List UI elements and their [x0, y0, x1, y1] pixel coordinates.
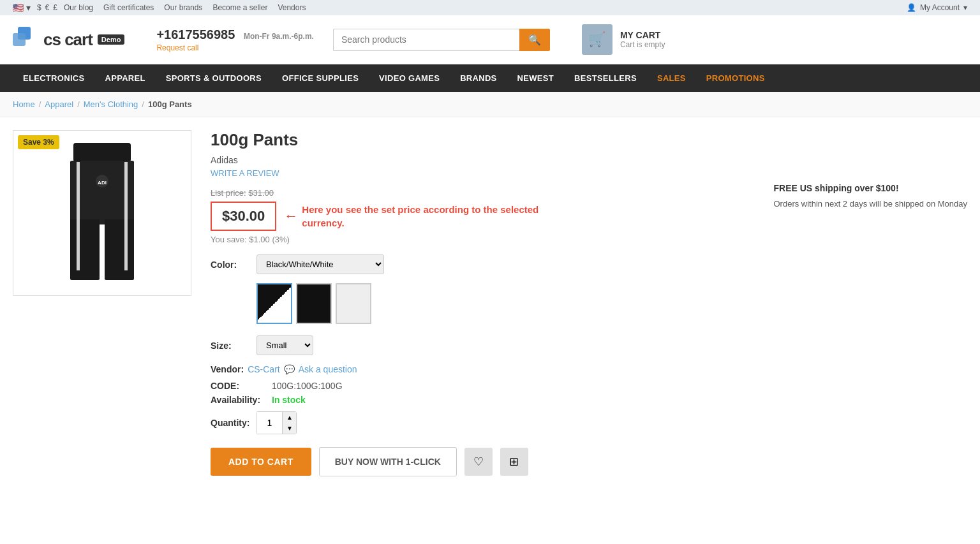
product-title: 100g Pants [211, 130, 755, 150]
quantity-input[interactable] [256, 412, 282, 434]
write-review-link[interactable]: WRITE A REVIEW [211, 168, 279, 178]
buy-now-button[interactable]: BUY NOW WITH 1-CLICK [319, 447, 457, 476]
shipping-detail: Orders within next 2 days will be shippe… [774, 199, 968, 209]
currency-eur[interactable]: € [45, 3, 50, 12]
ask-question-link[interactable]: Ask a question [299, 364, 357, 374]
quantity-row: Quantity: ▲ ▼ [211, 411, 755, 434]
nav-video-games[interactable]: VIDEO GAMES [369, 64, 450, 92]
add-to-cart-button[interactable]: ADD TO CART [211, 448, 311, 476]
annotation-text: Here you see the set price according to … [302, 203, 544, 230]
list-price-label: List price: [211, 188, 246, 198]
compare-button[interactable]: ⊞ [500, 448, 528, 476]
currency-switcher: $ € £ [37, 3, 57, 12]
save-badge: Save 3% [18, 135, 59, 149]
svg-rect-3 [105, 219, 134, 280]
color-select[interactable]: Black/White/White Black/Black White/Whit… [256, 254, 384, 274]
color-label: Color: [211, 260, 249, 270]
quantity-increase[interactable]: ▲ [282, 412, 296, 423]
account-icon: 👤 [907, 3, 916, 12]
my-account-link[interactable]: My Account [920, 3, 960, 12]
currency-usd[interactable]: $ [37, 3, 41, 12]
current-price: $30.00 [211, 202, 276, 231]
vendor-row: Vendor: CS-Cart 💬 Ask a question [211, 364, 755, 374]
nav-brands[interactable]: BRANDS [450, 64, 507, 92]
search-input[interactable] [333, 29, 519, 51]
product-brand: Adidas [211, 155, 755, 165]
availability-value: In stock [272, 395, 306, 405]
svg-rect-2 [70, 219, 100, 280]
wishlist-button[interactable]: ♡ [464, 448, 493, 476]
product-image: ADI [61, 143, 144, 283]
color-option-row: Color: Black/White/White Black/Black Whi… [211, 254, 755, 274]
nav-promotions[interactable]: PROMOTIONS [696, 64, 775, 92]
top-bar-nav: Our blog Gift certificates Our brands Be… [64, 3, 306, 12]
cart-empty: Cart is empty [620, 40, 665, 49]
phone-area: +1617556985 Mon-Fr 9a.m.-6p.m. Request c… [156, 27, 314, 52]
nav-newest[interactable]: NEWEST [507, 64, 564, 92]
chat-icon: 💬 [284, 364, 295, 374]
logo[interactable]: cs cart Demo [13, 27, 124, 52]
search-area: 🔍 [333, 29, 550, 51]
availability-row: Availability: In stock [211, 395, 755, 405]
account-dropdown-icon[interactable]: ▾ [963, 3, 967, 12]
nav-office[interactable]: OFFICE SUPPLIES [272, 64, 369, 92]
phone-bold: 56985 [200, 27, 235, 41]
request-call-link[interactable]: Request call [156, 43, 198, 52]
cart-icon[interactable]: 🛒 [582, 24, 612, 55]
size-select[interactable]: Small Medium Large XL [256, 335, 313, 355]
shipping-headline: FREE US shipping over $100! [774, 181, 968, 195]
list-price-value: $31.00 [248, 188, 274, 198]
code-row: CODE: 100G:100G:100G [211, 381, 755, 391]
become-seller-link[interactable]: Become a seller [212, 3, 267, 12]
phone-hours: Mon-Fr 9a.m.-6p.m. [244, 32, 314, 41]
quantity-decrease[interactable]: ▼ [282, 423, 296, 434]
breadcrumb-sep3: / [142, 99, 144, 109]
quantity-stepper: ▲ ▼ [256, 411, 297, 434]
nav-electronics[interactable]: ELECTRONICS [13, 64, 94, 92]
list-price: List price: $31.00 [211, 188, 755, 198]
search-button[interactable]: 🔍 [519, 29, 550, 51]
breadcrumb-home[interactable]: Home [13, 99, 35, 109]
code-label: CODE: [211, 381, 268, 391]
breadcrumb-mens-clothing[interactable]: Men's Clothing [84, 99, 138, 109]
nav-sales[interactable]: SALES [647, 64, 696, 92]
our-blog-link[interactable]: Our blog [64, 3, 93, 12]
cart-info: MY CART Cart is empty [620, 30, 665, 49]
flag-icon[interactable]: 🇺🇸 ▾ [13, 3, 31, 13]
vendor-link[interactable]: CS-Cart [248, 364, 280, 374]
header: cs cart Demo +1617556985 Mon-Fr 9a.m.-6p… [0, 15, 980, 64]
nav-sports[interactable]: SPORTS & OUTDOORS [156, 64, 272, 92]
color-swatch-white[interactable] [336, 283, 371, 324]
logo-badge: Demo [98, 34, 125, 45]
nav-bar: ELECTRONICS APPAREL SPORTS & OUTDOORS OF… [0, 64, 980, 92]
breadcrumb-apparel[interactable]: Apparel [45, 99, 73, 109]
color-swatch-black[interactable] [296, 283, 332, 324]
quantity-label: Quantity: [211, 418, 249, 428]
color-swatch-bw[interactable] [256, 283, 292, 324]
nav-bestsellers[interactable]: BESTSELLERS [564, 64, 647, 92]
action-row: ADD TO CART BUY NOW WITH 1-CLICK ♡ ⊞ [211, 447, 755, 476]
shipping-box: FREE US shipping over $100! Orders withi… [774, 181, 968, 211]
gift-certificates-link[interactable]: Gift certificates [103, 3, 154, 12]
cart-area: 🛒 MY CART Cart is empty [582, 24, 665, 55]
our-brands-link[interactable]: Our brands [164, 3, 202, 12]
cart-title: MY CART [620, 30, 665, 40]
vendors-link[interactable]: Vendors [278, 3, 306, 12]
svg-text:ADI: ADI [98, 180, 107, 186]
top-bar-left: 🇺🇸 ▾ $ € £ Our blog Gift certificates Ou… [13, 3, 306, 13]
breadcrumb-current: 100g Pants [148, 99, 192, 109]
svg-rect-4 [77, 162, 80, 270]
size-label: Size: [211, 341, 249, 351]
current-price-wrap: $30.00 ← Here you see the set price acco… [211, 202, 755, 231]
svg-rect-5 [124, 162, 128, 270]
currency-gbp[interactable]: £ [53, 3, 57, 12]
breadcrumb: Home / Apparel / Men's Clothing / 100g P… [0, 92, 980, 117]
logo-text: cs cart [43, 30, 93, 50]
top-bar-right: 👤 My Account ▾ [907, 3, 967, 12]
price-annotation: ← Here you see the set price according t… [284, 203, 544, 230]
breadcrumb-sep1: / [39, 99, 41, 109]
logo-icon [13, 27, 38, 52]
svg-rect-0 [73, 143, 131, 162]
arrow-icon: ← [284, 208, 298, 224]
nav-apparel[interactable]: APPAREL [94, 64, 155, 92]
